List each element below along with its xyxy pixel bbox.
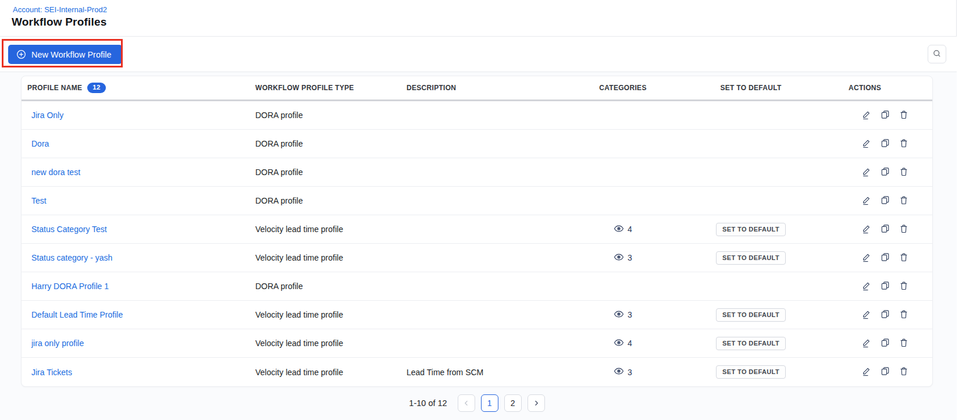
profile-name-link[interactable]: new dora test: [31, 168, 80, 177]
edit-pencil-icon: [861, 366, 872, 378]
edit-pencil-icon: [861, 252, 872, 264]
profile-name-link[interactable]: Default Lead Time Profile: [31, 310, 123, 319]
edit-button[interactable]: [861, 166, 872, 179]
table-row: Jira Tickets Velocity lead time profile …: [22, 358, 932, 386]
table-row: jira only profile Velocity lead time pro…: [22, 329, 932, 358]
set-default-badge[interactable]: SET TO DEFAULT: [716, 365, 786, 379]
delete-button[interactable]: [899, 166, 909, 179]
categories-preview[interactable]: 4: [614, 337, 632, 350]
copy-button[interactable]: [880, 366, 890, 378]
copy-icon: [880, 309, 890, 321]
profile-type-cell: Velocity lead time profile: [255, 368, 407, 377]
toolbar: New Workflow Profile: [0, 36, 957, 72]
profile-count-badge: 12: [87, 83, 105, 93]
table-row: Dora DORA profile SET TO DEFAULT: [22, 130, 932, 158]
set-default-badge[interactable]: SET TO DEFAULT: [716, 308, 786, 322]
profile-name-link[interactable]: Jira Only: [31, 111, 63, 120]
edit-button[interactable]: [861, 195, 872, 207]
delete-button[interactable]: [899, 337, 909, 350]
categories-preview[interactable]: 3: [614, 309, 632, 321]
delete-button[interactable]: [899, 366, 909, 378]
new-workflow-profile-button[interactable]: New Workflow Profile: [8, 45, 122, 64]
copy-button[interactable]: [880, 109, 890, 122]
copy-button[interactable]: [880, 309, 890, 321]
copy-button[interactable]: [880, 138, 890, 150]
delete-button[interactable]: [899, 195, 909, 207]
profile-name-link[interactable]: Dora: [31, 139, 49, 148]
profile-name-link[interactable]: Harry DORA Profile 1: [31, 282, 109, 291]
copy-button[interactable]: [880, 337, 890, 350]
categories-preview[interactable]: 3: [614, 366, 632, 378]
categories-preview[interactable]: 4: [614, 223, 632, 236]
profile-name-link[interactable]: Test: [31, 196, 47, 205]
eye-icon: [614, 337, 624, 350]
set-default-badge[interactable]: SET TO DEFAULT: [716, 223, 786, 236]
edit-button[interactable]: [861, 223, 872, 236]
breadcrumb[interactable]: Account: SEI-Internal-Prod2: [13, 5, 107, 14]
profile-name-link[interactable]: jira only profile: [31, 339, 84, 348]
delete-button[interactable]: [899, 138, 909, 150]
delete-button[interactable]: [899, 223, 909, 236]
profile-type-cell: Velocity lead time profile: [255, 253, 407, 262]
copy-icon: [880, 280, 890, 293]
set-default-badge[interactable]: SET TO DEFAULT: [716, 337, 786, 350]
chevron-right-icon: [533, 400, 540, 407]
trash-icon: [899, 337, 909, 350]
edit-button[interactable]: [861, 337, 872, 350]
delete-button[interactable]: [899, 252, 909, 264]
categories-count: 3: [628, 310, 632, 319]
set-default-badge[interactable]: SET TO DEFAULT: [716, 251, 786, 265]
categories-preview[interactable]: 3: [614, 252, 632, 264]
table-header-row: PROFILE NAME 12 WORKFLOW PROFILE TYPE DE…: [22, 76, 932, 101]
workflow-profiles-table: PROFILE NAME 12 WORKFLOW PROFILE TYPE DE…: [21, 76, 933, 387]
edit-button[interactable]: [861, 252, 872, 264]
delete-button[interactable]: [899, 109, 909, 122]
pagination-page-2-button[interactable]: 2: [504, 394, 522, 412]
profile-type-cell: Velocity lead time profile: [255, 339, 407, 348]
table-row: Harry DORA Profile 1 DORA profile SET TO…: [22, 272, 932, 301]
copy-button[interactable]: [880, 223, 890, 236]
categories-count: 3: [628, 253, 632, 262]
edit-pencil-icon: [861, 109, 872, 122]
edit-button[interactable]: [861, 109, 872, 122]
categories-count: 4: [628, 339, 632, 348]
copy-button[interactable]: [880, 195, 890, 207]
profile-name-link[interactable]: Status Category Test: [31, 225, 107, 234]
copy-button[interactable]: [880, 280, 890, 293]
eye-icon: [614, 252, 624, 264]
search-button[interactable]: [928, 45, 946, 63]
column-header-description: DESCRIPTION: [407, 84, 582, 92]
copy-button[interactable]: [880, 166, 890, 179]
pagination-next-button[interactable]: [528, 394, 545, 412]
column-header-set-to-default: SET TO DEFAULT: [664, 84, 838, 92]
trash-icon: [899, 109, 909, 122]
categories-count: 4: [628, 225, 632, 234]
pagination-page-1-button[interactable]: 1: [481, 394, 498, 412]
copy-icon: [880, 337, 890, 350]
pagination-prev-button[interactable]: [458, 394, 475, 412]
profile-name-link[interactable]: Jira Tickets: [31, 368, 72, 377]
trash-icon: [899, 166, 909, 179]
delete-button[interactable]: [899, 309, 909, 321]
edit-button[interactable]: [861, 138, 872, 150]
delete-button[interactable]: [899, 280, 909, 293]
copy-icon: [880, 166, 890, 179]
edit-pencil-icon: [861, 195, 872, 207]
copy-icon: [880, 109, 890, 122]
table-row: Status category - yash Velocity lead tim…: [22, 244, 932, 272]
eye-icon: [614, 223, 624, 236]
profile-type-cell: DORA profile: [255, 168, 407, 177]
profile-description-cell: Lead Time from SCM: [407, 368, 582, 377]
trash-icon: [899, 138, 909, 150]
eye-icon: [614, 366, 624, 378]
profile-type-cell: Velocity lead time profile: [255, 225, 407, 234]
profile-type-cell: DORA profile: [255, 282, 407, 291]
table-row: Status Category Test Velocity lead time …: [22, 215, 932, 244]
copy-button[interactable]: [880, 252, 890, 264]
edit-button[interactable]: [861, 309, 872, 321]
column-header-profile-name: PROFILE NAME 12: [22, 83, 255, 93]
profile-name-link[interactable]: Status category - yash: [31, 253, 112, 262]
edit-button[interactable]: [861, 280, 872, 293]
edit-button[interactable]: [861, 366, 872, 378]
edit-pencil-icon: [861, 309, 872, 321]
